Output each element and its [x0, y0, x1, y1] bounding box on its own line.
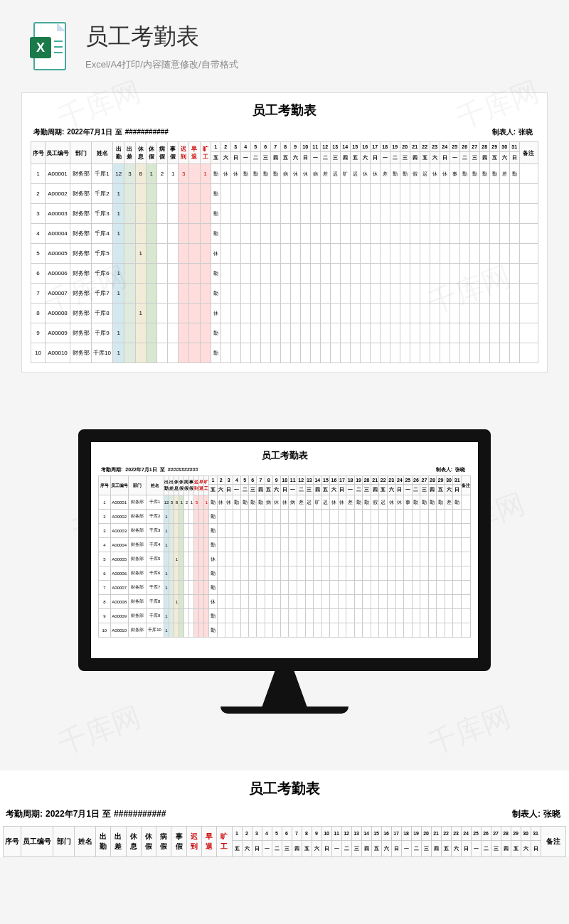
- cell-day: 迟: [350, 164, 360, 184]
- cell-day: [233, 538, 240, 552]
- cell-day: [241, 581, 249, 595]
- cell-day: [371, 552, 379, 566]
- cell-day: [270, 284, 280, 303]
- col-day-wk: 二: [320, 152, 330, 164]
- cell-day: [428, 552, 437, 566]
- cell-seq: 10: [31, 343, 46, 363]
- cell-day: [321, 595, 330, 609]
- col-day-num: 12: [320, 142, 330, 152]
- col-day-wk: 二: [412, 485, 420, 495]
- cell-day: [257, 595, 265, 609]
- cell-day: 勤: [240, 164, 250, 184]
- cell-day: [330, 595, 339, 609]
- cell-name: 千库4: [146, 538, 164, 552]
- cell-day: [346, 623, 355, 638]
- col-total: 休假: [146, 142, 156, 164]
- cell-day: [379, 595, 388, 609]
- cell-day: [310, 224, 320, 244]
- cell-day: [489, 204, 499, 224]
- cell-total: [169, 581, 174, 595]
- cell-total: [194, 623, 199, 638]
- cell-day: [350, 284, 360, 303]
- cell-day: [371, 581, 379, 595]
- cell-day: [310, 323, 320, 343]
- cell-day: [265, 524, 272, 538]
- cell-day: [310, 184, 320, 204]
- cell-day: [412, 581, 420, 595]
- cell-day: [265, 595, 272, 609]
- cell-total: [156, 204, 167, 224]
- col-day-wk: 四: [501, 841, 511, 857]
- col-day-num: 4: [233, 476, 240, 485]
- cell-day: [249, 623, 257, 638]
- col-total: 早退: [201, 827, 216, 857]
- cell-day: [260, 284, 270, 303]
- cell-day: [257, 524, 265, 538]
- cell-day: [453, 552, 462, 566]
- col-day-wk: 一: [401, 841, 411, 857]
- table-row: 1A00001财务部千库1123812131勤休休勤勤勤勤病休休病差迟旷迟休休差…: [31, 164, 538, 184]
- cell-total: [169, 552, 174, 566]
- cell-day: [280, 623, 289, 638]
- cell-day: [330, 623, 339, 638]
- cell-day: 勤: [250, 164, 260, 184]
- col-day-num: 1: [211, 142, 220, 152]
- cell-day: [395, 595, 404, 609]
- cell-day: [371, 566, 379, 581]
- col-name: 姓名: [146, 476, 164, 495]
- cell-dept: 财务部: [70, 303, 92, 323]
- cell-day: [380, 264, 390, 284]
- cell-total: [184, 524, 189, 538]
- cell-day: [272, 524, 280, 538]
- cell-day: [489, 284, 499, 303]
- cell-day: 勤: [211, 164, 220, 184]
- col-day-num: 19: [390, 142, 400, 152]
- cell-total: [199, 581, 204, 595]
- col-day-num: 3: [230, 142, 240, 152]
- cell-day: [453, 609, 462, 623]
- cell-total: [135, 204, 146, 224]
- attendance-sheet-header: 员工考勤表考勤周期:2022年7月1日至###########制表人:张晓序号员…: [3, 779, 566, 857]
- cell-total: [174, 538, 179, 552]
- cell-total: [146, 284, 156, 303]
- col-total: 事假: [189, 476, 194, 495]
- col-day-num: 20: [400, 142, 410, 152]
- cell-day: [404, 510, 413, 524]
- cell-seq: 8: [99, 595, 111, 609]
- cell-day: [450, 244, 459, 264]
- cell-total: [146, 303, 156, 323]
- cell-day: [412, 595, 420, 609]
- cell-day: [370, 343, 380, 363]
- cell-day: [430, 244, 440, 264]
- cell-total: [199, 510, 204, 524]
- col-day-num: 24: [461, 827, 471, 841]
- col-day-num: 22: [379, 476, 388, 485]
- cell-dept: 财务部: [70, 323, 92, 343]
- cell-day: [420, 609, 429, 623]
- cell-day: [265, 609, 272, 623]
- cell-day: [370, 204, 380, 224]
- cell-day: [305, 623, 314, 638]
- cell-day: 休: [220, 164, 230, 184]
- cell-day: 勤: [412, 495, 420, 510]
- cell-day: 勤: [211, 323, 220, 343]
- cell-day: [479, 284, 489, 303]
- cell-name: 千库5: [146, 552, 164, 566]
- cell-day: [420, 623, 429, 638]
- cell-day: [305, 552, 314, 566]
- cell-day: [330, 264, 340, 284]
- cell-dept: 财务部: [70, 204, 92, 224]
- cell-day: [499, 323, 509, 343]
- cell-day: [509, 244, 519, 264]
- cell-day: [241, 510, 249, 524]
- col-day-wk: 六: [360, 152, 370, 164]
- cell-day: [270, 204, 280, 224]
- cell-day: [338, 623, 346, 638]
- cell-day: [330, 184, 340, 204]
- cell-total: 3: [169, 495, 174, 510]
- col-day-wk: 二: [250, 152, 260, 164]
- cell-day: [250, 244, 260, 264]
- cell-day: [330, 552, 339, 566]
- cell-day: [289, 609, 297, 623]
- cell-name: 千库8: [92, 303, 113, 323]
